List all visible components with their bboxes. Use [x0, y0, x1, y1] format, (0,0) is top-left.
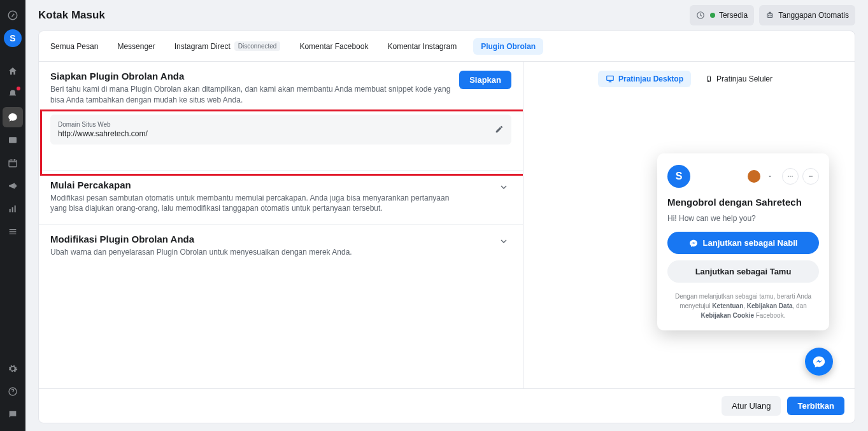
tab-messenger[interactable]: Messenger — [115, 38, 157, 55]
start-title: Mulai Percakapan — [50, 180, 496, 190]
content-card: Semua Pesan Messenger Instagram DirectDi… — [38, 31, 855, 423]
section-setup: Siapkan Plugin Obrolan Anda Beri tahu ka… — [39, 62, 523, 171]
link-data-policy[interactable]: Kebijakan Data — [747, 302, 793, 309]
svg-point-15 — [708, 81, 709, 81]
tab-label: Plugin Obrolan — [481, 42, 536, 51]
avatar-letter: S — [10, 33, 15, 43]
publish-button[interactable]: Terbitkan — [787, 397, 844, 415]
preview-desktop-label: Pratinjau Desktop — [618, 74, 683, 83]
availability-button[interactable]: Tersedia — [690, 5, 754, 25]
page-title: Kotak Masuk — [38, 9, 105, 22]
rail-bell-icon[interactable] — [3, 84, 23, 104]
svg-rect-4 — [12, 207, 13, 212]
edit-icon[interactable] — [495, 125, 504, 134]
notification-dot — [17, 87, 20, 90]
modify-title: Modifikasi Plugin Obrolan Anda — [50, 234, 496, 244]
continue-as-label: Lanjutkan sebagai Nabil — [703, 238, 798, 248]
continue-as-user-button[interactable]: Lanjutkan sebagai Nabil — [667, 232, 819, 254]
availability-label: Tersedia — [719, 11, 748, 20]
svg-rect-5 — [15, 206, 16, 213]
svg-point-12 — [771, 15, 771, 16]
chat-disclaimer: Dengan melanjutkan sebagai tamu, berarti… — [667, 292, 819, 320]
left-nav-rail: S — [0, 0, 25, 431]
chevron-down-icon[interactable] — [496, 180, 511, 195]
section-modify-plugin: Modifikasi Plugin Obrolan Anda Ubah warn… — [39, 225, 523, 268]
header-bar: Kotak Masuk Tersedia Tanggapan Otomatis — [25, 0, 868, 31]
reset-button[interactable]: Atur Ulang — [722, 396, 781, 416]
preview-mobile-tab[interactable]: Pratinjau Seluler — [697, 71, 780, 87]
tab-instagram-direct[interactable]: Instagram DirectDisconnected — [172, 38, 283, 55]
preview-tabs: Pratinjau Desktop Pratinjau Seluler — [523, 62, 855, 96]
rail-calendar-icon[interactable] — [3, 153, 23, 173]
svg-rect-13 — [607, 76, 614, 80]
tab-plugin-obrolan[interactable]: Plugin Obrolan — [473, 38, 543, 55]
tab-semua-pesan[interactable]: Semua Pesan — [48, 38, 101, 55]
avatar: S — [4, 29, 22, 47]
setup-desc: Beri tahu kami di mana Plugin Obrolan ak… — [50, 84, 458, 106]
domain-label: Domain Situs Web — [58, 121, 483, 128]
status-dot — [710, 13, 715, 18]
preview-panel: Pratinjau Desktop Pratinjau Seluler S — [523, 62, 855, 388]
chat-title: Mengobrol dengan Sahretech — [667, 197, 819, 208]
main-area: Kotak Masuk Tersedia Tanggapan Otomatis … — [25, 0, 868, 431]
rail-insights-icon[interactable] — [3, 199, 23, 219]
messenger-fab[interactable] — [805, 348, 833, 376]
tab-badge: Disconnected — [234, 41, 281, 51]
tab-komentar-facebook[interactable]: Komentar Facebook — [297, 38, 371, 55]
svg-point-16 — [788, 176, 789, 177]
svg-rect-3 — [10, 209, 11, 212]
more-icon[interactable] — [782, 168, 799, 185]
tab-label: Komentar Instagram — [387, 42, 457, 51]
svg-point-11 — [769, 15, 769, 16]
start-desc: Modifikasi pesan sambutan otomatis untuk… — [50, 193, 458, 215]
link-cookie-policy[interactable]: Kebijakan Cookie — [701, 312, 754, 319]
tab-label: Instagram Direct — [174, 42, 231, 51]
rail-help-icon[interactable] — [3, 381, 23, 402]
clock-icon — [696, 11, 705, 20]
modify-desc: Ubah warna dan penyelarasan Plugin Obrol… — [50, 247, 458, 258]
chat-avatar-letter: S — [676, 171, 683, 182]
mobile-icon — [705, 74, 713, 83]
rail-posts-icon[interactable] — [3, 130, 23, 150]
setup-button[interactable]: Siapkan — [459, 71, 511, 89]
user-avatar — [748, 170, 760, 183]
minimize-icon[interactable] — [802, 168, 819, 185]
chat-greeting: Hi! How can we help you? — [667, 214, 819, 223]
preview-mobile-label: Pratinjau Seluler — [716, 74, 772, 83]
svg-rect-1 — [9, 137, 17, 143]
tab-komentar-instagram[interactable]: Komentar Instagram — [385, 38, 459, 55]
chat-widget: S Mengobrol dengan Sahretech Hi! How can… — [657, 153, 829, 330]
dropdown-icon[interactable] — [762, 168, 778, 185]
domain-value: http://www.sahretech.com/ — [58, 129, 483, 138]
auto-response-label: Tanggapan Otomatis — [778, 11, 849, 20]
rail-logo-icon[interactable] — [3, 5, 23, 25]
footer-bar: Atur Ulang Terbitkan — [39, 388, 855, 423]
robot-icon — [765, 11, 774, 20]
rail-chat-icon[interactable] — [3, 107, 23, 127]
rail-ads-icon[interactable] — [3, 176, 23, 196]
chevron-down-icon[interactable] — [496, 234, 511, 249]
messenger-icon — [812, 355, 826, 369]
rail-home-icon[interactable] — [3, 61, 23, 81]
auto-response-button[interactable]: Tanggapan Otomatis — [759, 5, 855, 25]
preview-desktop-tab[interactable]: Pratinjau Desktop — [598, 71, 691, 87]
svg-point-17 — [790, 176, 791, 177]
rail-settings-icon[interactable] — [3, 358, 23, 379]
svg-rect-7 — [12, 413, 13, 414]
link-terms[interactable]: Ketentuan — [712, 302, 743, 309]
messenger-icon — [689, 239, 698, 248]
rail-feedback-icon[interactable] — [3, 404, 23, 425]
svg-point-18 — [792, 176, 793, 177]
setup-title: Siapkan Plugin Obrolan Anda — [50, 71, 459, 81]
tab-label: Semua Pesan — [50, 42, 98, 51]
svg-rect-8 — [12, 414, 13, 415]
rail-profile[interactable]: S — [3, 28, 23, 48]
domain-field[interactable]: Domain Situs Web http://www.sahretech.co… — [50, 115, 511, 145]
continue-guest-label: Lanjutkan sebagai Tamu — [695, 267, 792, 276]
chat-page-avatar: S — [667, 165, 690, 188]
continue-guest-button[interactable]: Lanjutkan sebagai Tamu — [667, 260, 819, 283]
inbox-tabs: Semua Pesan Messenger Instagram DirectDi… — [39, 31, 855, 62]
section-start-conversation: Mulai Percakapan Modifikasi pesan sambut… — [39, 171, 523, 225]
desktop-icon — [606, 74, 615, 83]
rail-menu-icon[interactable] — [3, 222, 23, 242]
